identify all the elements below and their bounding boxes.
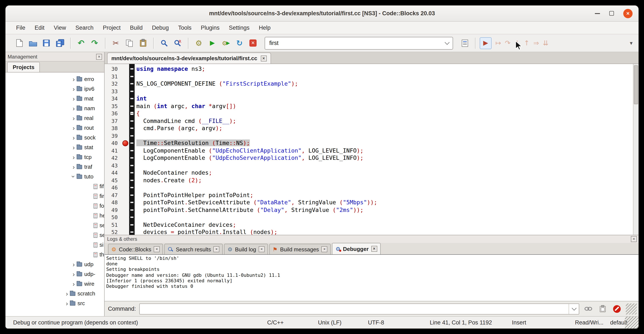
chevron-collapsed-icon[interactable]: › — [71, 261, 77, 267]
line-number[interactable]: 51 — [104, 221, 122, 228]
code-text-cell[interactable]: cmd.Parse (argc, argv); — [135, 125, 638, 132]
breakpoint-margin[interactable] — [122, 206, 129, 214]
tree-item[interactable]: si — [6, 240, 104, 250]
menu-item-plugins[interactable]: Plugins — [196, 22, 224, 34]
breakpoint-margin[interactable] — [122, 73, 129, 80]
logs-tab-buildmsg[interactable]: ⚑Build messages× — [269, 244, 331, 254]
build-target-combo[interactable] — [265, 37, 453, 49]
code-text-cell[interactable]: CommandLine cmd (__FILE__); — [135, 117, 638, 125]
breakpoint-margin[interactable] — [122, 221, 129, 228]
line-number[interactable]: 43 — [104, 162, 122, 169]
new-file-button[interactable] — [13, 37, 26, 49]
fold-margin[interactable] — [129, 191, 135, 199]
tree-item[interactable]: ›real — [6, 113, 104, 123]
tree-item[interactable]: ›mat — [6, 94, 104, 103]
management-close-button[interactable]: × — [96, 54, 102, 60]
step-into-instruction-icon[interactable]: ⇊ — [543, 40, 548, 47]
logs-tab-buildlog[interactable]: ⚙Build log× — [224, 244, 268, 254]
menu-item-file[interactable]: File — [12, 22, 30, 34]
step-into-icon[interactable]: ↓ — [514, 40, 520, 47]
line-number[interactable]: 48 — [104, 199, 122, 206]
code-text-cell[interactable]: LogComponentEnable ("UdpEchoServerApplic… — [135, 154, 638, 162]
tree-item[interactable]: se — [6, 220, 104, 230]
command-dropdown-button[interactable] — [569, 304, 579, 314]
fold-margin[interactable] — [129, 125, 135, 132]
code-line[interactable]: 51 NetDeviceContainer devices; — [104, 221, 638, 228]
line-number[interactable]: 41 — [104, 147, 122, 154]
code-line[interactable]: 44 NodeContainer nodes; — [104, 169, 638, 177]
code-line[interactable]: 52 devices = pointToPoint.Install (nodes… — [104, 228, 638, 235]
chevron-collapsed-icon[interactable]: › — [71, 76, 77, 82]
chevron-collapsed-icon[interactable]: › — [71, 281, 77, 287]
tree-item[interactable]: ›udp- — [6, 269, 104, 279]
line-number[interactable]: 42 — [104, 154, 122, 162]
run-button[interactable]: ▶ — [206, 37, 218, 49]
code-line[interactable]: 48 pointToPoint.SetDeviceAttribute ("Dat… — [104, 199, 638, 206]
replace-button[interactable]: R — [172, 37, 184, 49]
code-text-cell[interactable]: pointToPoint.SetChannelAttribute ("Delay… — [135, 206, 638, 214]
breakpoint-margin[interactable] — [122, 214, 129, 221]
fold-margin[interactable] — [129, 95, 135, 102]
breakpoint-margin[interactable] — [122, 95, 129, 102]
code-text-cell[interactable] — [135, 88, 638, 95]
build-button[interactable]: ⚙ — [193, 37, 205, 49]
debugger-output[interactable]: Setting SHELL to '/bin/sh'doneSetting br… — [104, 255, 638, 301]
tree-item[interactable]: ›traf — [6, 162, 104, 172]
menu-item-help[interactable]: Help — [254, 22, 276, 34]
breakpoint-margin[interactable] — [122, 199, 129, 206]
breakpoint-margin[interactable] — [122, 80, 129, 88]
line-number[interactable]: 34 — [104, 95, 122, 102]
close-button[interactable]: × — [623, 9, 632, 18]
breakpoint-margin[interactable] — [122, 139, 129, 147]
code-line[interactable]: 36{ — [104, 110, 638, 117]
editor-tab[interactable]: mnt/dev/tools/source/ns-3-dev/examples/t… — [107, 53, 271, 64]
line-number[interactable]: 40 — [104, 139, 122, 147]
breakpoint-margin[interactable] — [122, 228, 129, 235]
breakpoint-margin[interactable] — [122, 117, 129, 125]
chevron-expanded-icon[interactable]: › — [70, 174, 77, 179]
code-line[interactable]: 30using namespace ns3; — [104, 65, 638, 73]
editor-vertical-scrollbar[interactable] — [633, 64, 638, 235]
line-number[interactable]: 39 — [104, 132, 122, 139]
tree-item[interactable]: ›udp — [6, 259, 104, 269]
tree-item[interactable]: ›stat — [6, 142, 104, 152]
line-number[interactable]: 30 — [104, 65, 122, 73]
fold-margin[interactable] — [129, 117, 135, 125]
chevron-collapsed-icon[interactable]: › — [71, 144, 77, 150]
line-number[interactable]: 37 — [104, 117, 122, 125]
minimize-button[interactable] — [595, 13, 600, 14]
line-number[interactable]: 38 — [104, 125, 122, 132]
chevron-collapsed-icon[interactable]: › — [71, 125, 77, 131]
code-editor[interactable]: 30using namespace ns3;3132NS_LOG_COMPONE… — [104, 64, 638, 235]
fold-margin[interactable] — [129, 80, 135, 88]
tree-item[interactable]: ›ipv6 — [6, 84, 104, 94]
next-instruction-icon[interactable]: ⇒ — [533, 40, 539, 47]
next-line-icon[interactable]: ↷ — [505, 40, 511, 47]
breakpoint-marker[interactable] — [122, 140, 128, 146]
maximize-button[interactable] — [609, 11, 614, 16]
fold-margin[interactable] — [129, 184, 135, 191]
tree-item[interactable]: ›nam — [6, 103, 104, 113]
breakpoint-margin[interactable] — [122, 102, 129, 110]
chevron-collapsed-icon[interactable]: › — [71, 134, 77, 141]
code-text-cell[interactable]: LogComponentEnable ("UdpEchoClientApplic… — [135, 147, 638, 154]
code-text-cell[interactable]: pointToPoint.SetDeviceAttribute ("DataRa… — [135, 199, 638, 206]
menu-item-debug[interactable]: Debug — [147, 22, 174, 34]
tree-item[interactable]: fir — [6, 191, 104, 201]
undo-button[interactable]: ↶ — [75, 37, 87, 49]
tree-item[interactable]: ›scratch — [6, 289, 104, 298]
code-line[interactable]: 31 — [104, 73, 638, 80]
copy-log-button[interactable] — [597, 304, 608, 314]
command-input[interactable] — [140, 305, 569, 312]
chevron-collapsed-icon[interactable]: › — [71, 164, 77, 170]
breakpoint-margin[interactable] — [122, 191, 129, 199]
tree-item[interactable]: ›rout — [6, 123, 104, 133]
fold-margin[interactable] — [129, 162, 135, 169]
line-number[interactable]: 46 — [104, 184, 122, 191]
chevron-collapsed-icon[interactable]: › — [71, 154, 77, 160]
code-text-cell[interactable] — [135, 132, 638, 139]
line-number[interactable]: 45 — [104, 177, 122, 184]
window-resize-grip[interactable] — [625, 317, 638, 328]
fold-margin[interactable] — [129, 228, 135, 235]
code-line[interactable]: 32NS_LOG_COMPONENT_DEFINE ("FirstScriptE… — [104, 80, 638, 88]
